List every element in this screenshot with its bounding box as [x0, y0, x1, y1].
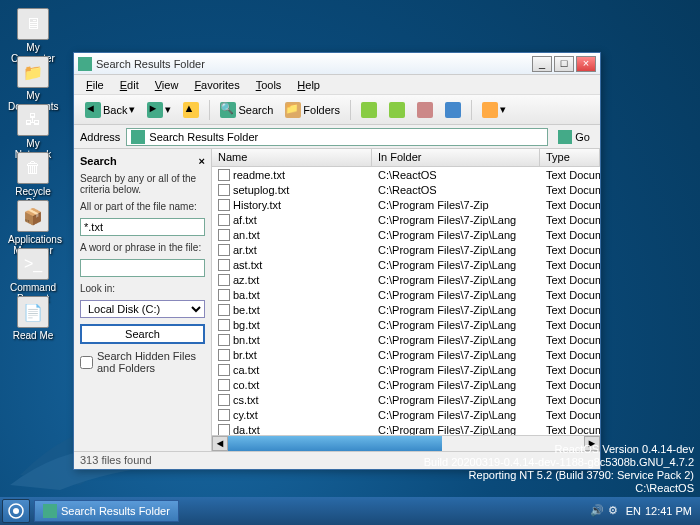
file-icon — [218, 424, 230, 436]
back-icon: ◄ — [85, 102, 101, 118]
file-row[interactable]: ar.txtC:\Program Files\7-Zip\LangText Do… — [212, 242, 600, 257]
file-row[interactable]: co.txtC:\Program Files\7-Zip\LangText Do… — [212, 377, 600, 392]
folder-icon: 🗑 — [17, 152, 49, 184]
folders-icon: 📁 — [285, 102, 301, 118]
menu-tools[interactable]: Tools — [248, 77, 290, 93]
address-input[interactable]: Search Results Folder — [126, 128, 548, 146]
minimize-button[interactable]: _ — [532, 56, 552, 72]
menu-favorites[interactable]: Favorites — [186, 77, 247, 93]
file-icon — [218, 259, 230, 271]
file-row[interactable]: az.txtC:\Program Files\7-Zip\LangText Do… — [212, 272, 600, 287]
filename-input[interactable] — [80, 218, 205, 236]
close-pane-button[interactable]: × — [199, 155, 205, 167]
search-icon: 🔍 — [220, 102, 236, 118]
separator — [209, 100, 210, 120]
file-row[interactable]: cy.txtC:\Program Files\7-Zip\LangText Do… — [212, 407, 600, 422]
tray-icon[interactable]: ⚙ — [608, 504, 622, 518]
menu-view[interactable]: View — [147, 77, 187, 93]
file-icon — [218, 289, 230, 301]
file-icon — [218, 184, 230, 196]
phrase-input[interactable] — [80, 259, 205, 277]
search-button[interactable]: 🔍Search — [215, 99, 278, 121]
file-row[interactable]: bg.txtC:\Program Files\7-Zip\LangText Do… — [212, 317, 600, 332]
svg-point-1 — [13, 508, 19, 514]
undo-button[interactable] — [440, 99, 466, 121]
separator — [471, 100, 472, 120]
system-tray[interactable]: 🔊 ⚙ EN 12:41 PM — [584, 504, 698, 518]
lookin-label: Look in: — [80, 283, 205, 294]
language-indicator[interactable]: EN — [626, 505, 641, 517]
views-icon — [482, 102, 498, 118]
start-button[interactable] — [2, 499, 30, 523]
file-icon — [218, 409, 230, 421]
search-submit-button[interactable]: Search — [80, 324, 205, 344]
menu-file[interactable]: File — [78, 77, 112, 93]
file-row[interactable]: bn.txtC:\Program Files\7-Zip\LangText Do… — [212, 332, 600, 347]
copy-to-button[interactable] — [384, 99, 410, 121]
folder-icon: 📦 — [17, 200, 49, 232]
menubar: FileEditViewFavoritesToolsHelp — [74, 75, 600, 95]
file-row[interactable]: ba.txtC:\Program Files\7-Zip\LangText Do… — [212, 287, 600, 302]
up-button[interactable]: ▲ — [178, 99, 204, 121]
desktop[interactable]: 🖥My Computer📁My Documents🖧My Network Pla… — [0, 0, 700, 525]
hidden-files-checkbox[interactable]: Search Hidden Files and Folders — [80, 350, 205, 374]
menu-help[interactable]: Help — [289, 77, 328, 93]
scroll-thumb[interactable] — [228, 436, 442, 451]
toolbar: ◄Back▾ ►▾ ▲ 🔍Search 📁Folders ▾ — [74, 95, 600, 125]
file-icon — [218, 304, 230, 316]
file-row[interactable]: an.txtC:\Program Files\7-Zip\LangText Do… — [212, 227, 600, 242]
file-icon — [218, 364, 230, 376]
views-button[interactable]: ▾ — [477, 99, 511, 121]
file-icon — [218, 229, 230, 241]
file-row[interactable]: cs.txtC:\Program Files\7-Zip\LangText Do… — [212, 392, 600, 407]
back-button[interactable]: ◄Back▾ — [80, 99, 140, 121]
file-row[interactable]: br.txtC:\Program Files\7-Zip\LangText Do… — [212, 347, 600, 362]
file-row[interactable]: readme.txtC:\ReactOSText Docum — [212, 167, 600, 182]
search-icon — [43, 504, 57, 518]
copy-icon — [389, 102, 405, 118]
scroll-left-button[interactable]: ◄ — [212, 436, 228, 451]
taskbar-item[interactable]: Search Results Folder — [34, 500, 179, 522]
file-row[interactable]: af.txtC:\Program Files\7-Zip\LangText Do… — [212, 212, 600, 227]
file-row[interactable]: be.txtC:\Program Files\7-Zip\LangText Do… — [212, 302, 600, 317]
move-to-button[interactable] — [356, 99, 382, 121]
desktop-icon-read-me[interactable]: 📄Read Me — [8, 296, 58, 341]
results-list: NameIn FolderType readme.txtC:\ReactOSTe… — [212, 149, 600, 451]
icon-label: Read Me — [8, 330, 58, 341]
file-rows[interactable]: readme.txtC:\ReactOSText Documsetuplog.t… — [212, 167, 600, 435]
clock[interactable]: 12:41 PM — [645, 505, 692, 517]
move-icon — [361, 102, 377, 118]
forward-icon: ► — [147, 102, 163, 118]
folder-icon: >_ — [17, 248, 49, 280]
filename-label: All or part of the file name: — [80, 201, 205, 212]
lookin-select[interactable]: Local Disk (C:) — [80, 300, 205, 318]
menu-edit[interactable]: Edit — [112, 77, 147, 93]
column-type[interactable]: Type — [540, 149, 600, 166]
column-name[interactable]: Name — [212, 149, 372, 166]
taskbar[interactable]: Search Results Folder 🔊 ⚙ EN 12:41 PM — [0, 497, 700, 525]
reactos-logo-icon — [7, 502, 25, 520]
column-headers: NameIn FolderType — [212, 149, 600, 167]
file-row[interactable]: setuplog.txtC:\ReactOSText Docum — [212, 182, 600, 197]
search-results-window: Search Results Folder _ □ × FileEditView… — [73, 52, 601, 470]
close-button[interactable]: × — [576, 56, 596, 72]
file-row[interactable]: History.txtC:\Program Files\7-ZipText Do… — [212, 197, 600, 212]
address-bar: Address Search Results Folder Go — [74, 125, 600, 149]
file-icon — [218, 274, 230, 286]
file-row[interactable]: da.txtC:\Program Files\7-Zip\LangText Do… — [212, 422, 600, 435]
delete-button[interactable] — [412, 99, 438, 121]
file-row[interactable]: ast.txtC:\Program Files\7-Zip\LangText D… — [212, 257, 600, 272]
forward-button[interactable]: ►▾ — [142, 99, 176, 121]
titlebar[interactable]: Search Results Folder _ □ × — [74, 53, 600, 75]
tray-icon[interactable]: 🔊 — [590, 504, 604, 518]
file-icon — [218, 394, 230, 406]
go-button[interactable]: Go — [554, 130, 594, 144]
folder-icon: 🖥 — [17, 8, 49, 40]
maximize-button[interactable]: □ — [554, 56, 574, 72]
file-icon — [218, 199, 230, 211]
folders-button[interactable]: 📁Folders — [280, 99, 345, 121]
search-instructions: Search by any or all of the criteria bel… — [80, 173, 205, 195]
phrase-label: A word or phrase in the file: — [80, 242, 205, 253]
file-row[interactable]: ca.txtC:\Program Files\7-Zip\LangText Do… — [212, 362, 600, 377]
column-in-folder[interactable]: In Folder — [372, 149, 540, 166]
